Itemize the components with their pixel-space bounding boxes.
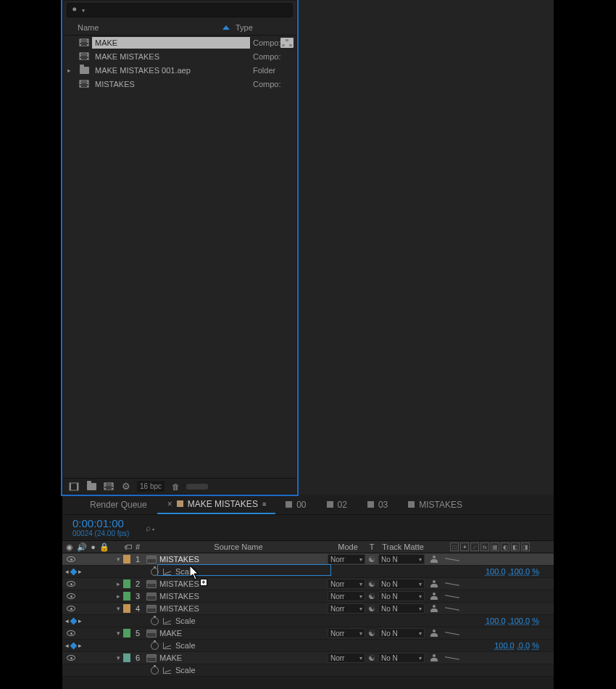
visibility-toggle[interactable]	[67, 606, 75, 611]
twirl-open-icon[interactable]: ▾	[113, 556, 123, 563]
layer-name[interactable]: MISTAKES	[159, 579, 199, 588]
blend-mode-dropdown[interactable]: Norr▾	[328, 579, 365, 589]
tab-comp[interactable]: 03	[357, 495, 398, 514]
twirl-closed-icon[interactable]: ▸	[113, 593, 123, 600]
visibility-toggle[interactable]	[67, 630, 75, 636]
property-row-scale[interactable]: ◂▸ Scale 100.0 ,100.0 %	[62, 615, 554, 627]
layer-name[interactable]: MAKE	[159, 653, 182, 662]
blend-mode-dropdown[interactable]: Norr▾	[328, 591, 365, 601]
graph-editor-icon[interactable]	[163, 667, 171, 674]
keyframe-navigator[interactable]: ◂▸	[62, 642, 113, 649]
twirl-closed-icon[interactable]: ▸	[113, 580, 123, 587]
col-name-label[interactable]: Name	[78, 23, 99, 32]
project-item-name[interactable]: MAKE MISTAKES 001.aep	[92, 65, 250, 76]
stopwatch-icon[interactable]	[151, 568, 159, 576]
layer-row[interactable]: ▸ 3 MISTAKES Norr▾ ☯ No N▾	[62, 590, 554, 603]
keyframe-diamond-icon[interactable]	[70, 617, 78, 624]
project-item[interactable]: ▸ MAKE MISTAKES 001.aep Folder	[63, 63, 296, 77]
track-matte-dropdown[interactable]: No N▾	[378, 579, 425, 589]
layer-row[interactable]: ▾ 6 MAKE Norr▾ ☯ No N▾	[62, 652, 554, 664]
layer-row[interactable]: ▾ 1 MISTAKES Norr▾ ☯ No N▾	[62, 553, 554, 566]
graph-editor-icon[interactable]	[163, 643, 171, 649]
adjust-switch-icon[interactable]: ◧	[511, 542, 520, 551]
tab-comp[interactable]: 02	[317, 495, 357, 514]
preserve-transparency-toggle[interactable]: ☯	[368, 555, 375, 564]
keyframe-navigator[interactable]: ◂▸	[62, 568, 113, 575]
video-column-icon[interactable]: ◉	[66, 542, 73, 552]
thumbnail-size-slider[interactable]	[186, 484, 208, 490]
property-row-scale[interactable]: ◂▸ Scale 100.0 ,100.0 %	[62, 566, 554, 578]
blend-mode-dropdown[interactable]: Norr▾	[328, 628, 365, 638]
layer-row[interactable]: ▾ 5 MAKE Norr▾ ☯ No N▾	[62, 627, 554, 640]
property-name[interactable]: Scale	[175, 616, 196, 625]
visibility-toggle[interactable]	[67, 556, 75, 562]
scale-values[interactable]: 100.0 ,0.0 %	[225, 641, 554, 650]
project-item-name[interactable]: MAKE	[92, 37, 250, 49]
twirl-open-icon[interactable]: ▾	[113, 605, 123, 612]
layer-name[interactable]: MISTAKES	[159, 555, 199, 564]
layer-row[interactable]: ▾ 4 MISTAKES Norr▾ ☯ No N▾	[62, 603, 554, 615]
fx-switch-icon[interactable]: fx	[480, 542, 489, 551]
timeline-search-input[interactable]: ⌕▾	[136, 521, 165, 535]
num-column-header[interactable]: #	[132, 542, 143, 551]
preserve-transparency-toggle[interactable]: ☯	[368, 604, 375, 614]
track-matte-dropdown[interactable]: No N▾	[378, 591, 425, 601]
layers-list[interactable]: ▾ 1 MISTAKES Norr▾ ☯ No N▾ ◂▸ Scale 100.…	[62, 553, 554, 677]
blend-mode-dropdown[interactable]: Norr▾	[328, 554, 365, 564]
label-column-icon[interactable]: 🏷	[124, 542, 132, 551]
layer-label-swatch[interactable]	[123, 579, 130, 588]
sort-asc-icon[interactable]	[222, 25, 230, 30]
lock-column-icon[interactable]: 🔒	[99, 542, 109, 552]
parent-pickwhip-icon[interactable]	[430, 630, 438, 637]
track-matte-dropdown[interactable]: No N▾	[378, 603, 425, 614]
project-item[interactable]: MAKE MISTAKES Compo:	[63, 49, 296, 63]
keyframe-diamond-icon[interactable]	[70, 642, 78, 649]
stopwatch-icon[interactable]	[151, 617, 159, 625]
panel-menu-icon[interactable]: ≡	[262, 500, 265, 508]
property-name[interactable]: Scale	[175, 641, 196, 650]
project-settings-button[interactable]: ⚙	[120, 481, 133, 492]
twirl-open-icon[interactable]: ▾	[113, 630, 123, 637]
property-name[interactable]: Scale	[175, 666, 196, 674]
project-item-name[interactable]: MAKE MISTAKES	[92, 51, 250, 62]
project-item-name[interactable]: MISTAKES	[92, 78, 250, 90]
layer-label-swatch[interactable]	[123, 592, 130, 601]
audio-column-icon[interactable]: 🔊	[77, 542, 87, 552]
stopwatch-icon[interactable]	[151, 667, 159, 674]
twirl-closed-icon[interactable]: ▸	[67, 67, 71, 74]
visibility-toggle[interactable]	[67, 655, 75, 661]
layer-label-swatch[interactable]	[123, 653, 130, 662]
col-type-label[interactable]: Type	[236, 23, 253, 32]
collapse-switch-icon[interactable]: ✦	[460, 542, 469, 551]
track-matte-dropdown[interactable]: No N▾	[378, 554, 425, 564]
close-tab-icon[interactable]: ×	[167, 499, 172, 509]
property-row-scale[interactable]: Scale	[62, 664, 554, 677]
new-comp-button[interactable]	[102, 481, 115, 492]
bpc-toggle[interactable]: 16 bpc	[137, 481, 165, 492]
scale-values[interactable]: 100.0 ,100.0 %	[225, 616, 554, 625]
twirl-open-icon[interactable]: ▾	[113, 654, 123, 661]
visibility-toggle[interactable]	[67, 581, 75, 587]
layer-name[interactable]: MISTAKES	[159, 604, 199, 613]
project-search-input[interactable]: ▾	[67, 3, 293, 17]
graph-editor-icon[interactable]	[163, 618, 171, 624]
track-matte-dropdown[interactable]: No N▾	[378, 653, 425, 663]
parent-pickwhip-icon[interactable]	[430, 556, 438, 563]
visibility-toggle[interactable]	[67, 593, 75, 599]
parent-pickwhip-icon[interactable]	[430, 593, 438, 600]
frameblend-switch-icon[interactable]: ▦	[491, 542, 499, 551]
track-matte-dropdown[interactable]: No N▾	[378, 628, 425, 638]
tab-render-queue[interactable]: Render Queue	[80, 495, 157, 514]
property-name[interactable]: Scale	[175, 567, 196, 576]
preserve-transparency-toggle[interactable]: ☯	[368, 629, 375, 638]
layer-name[interactable]: MAKE	[159, 629, 182, 638]
frame-fps-readout[interactable]: 00024 (24.00 fps)	[72, 529, 129, 537]
property-row-scale[interactable]: ◂▸ Scale 100.0 ,0.0 %	[62, 640, 554, 652]
parent-pickwhip-icon[interactable]	[430, 605, 438, 612]
t-column-header[interactable]: T	[365, 542, 378, 551]
blend-mode-dropdown[interactable]: Norr▾	[328, 653, 365, 663]
project-item[interactable]: MISTAKES Compo:	[63, 77, 296, 91]
layer-name[interactable]: MISTAKES	[159, 592, 199, 601]
preserve-transparency-toggle[interactable]: ☯	[368, 653, 375, 663]
interpret-footage-button[interactable]	[67, 481, 80, 492]
